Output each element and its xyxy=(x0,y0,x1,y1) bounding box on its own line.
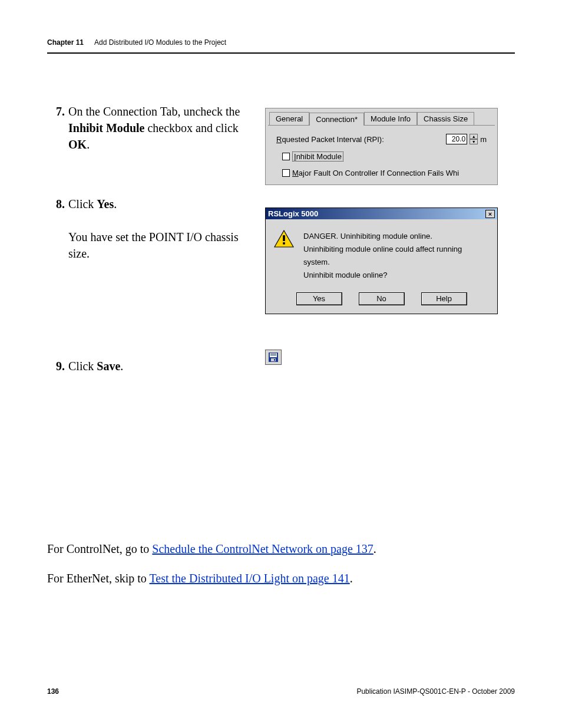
dialog-title-text: RSLogix 5000 xyxy=(268,209,318,218)
cross-reference-links: For ControlNet, go to Schedule the Contr… xyxy=(47,538,515,589)
dialog-titlebar: RSLogix 5000 × xyxy=(266,208,497,219)
page-number: 136 xyxy=(47,687,59,696)
controlnet-post: . xyxy=(373,542,376,555)
rpi-label: Rquested Packet Interval (RPI): xyxy=(276,135,384,144)
help-button[interactable]: Help xyxy=(421,292,467,305)
no-button[interactable]: No xyxy=(359,292,405,305)
step-9-text: Click Save. xyxy=(68,358,247,374)
rpi-spinner-up[interactable]: ▲ xyxy=(470,134,478,139)
step-7-bold2: OK xyxy=(68,138,87,151)
inhibit-row: Inhibit Module xyxy=(282,151,487,162)
connection-tab-panel: General Connection* Module Info Chassis … xyxy=(265,108,498,185)
rpi-input[interactable] xyxy=(446,134,467,144)
step-7-post: . xyxy=(87,138,90,151)
dialog-line1: DANGER. Uninhibiting module online. xyxy=(303,230,489,243)
step-9-bold: Save xyxy=(97,360,120,373)
publication-id: Publication IASIMP-QS001C-EN-P - October… xyxy=(356,687,515,696)
uninhibit-dialog: RSLogix 5000 × DANGER. Uninhibiting modu… xyxy=(265,207,498,314)
step-7-pre: On the Connection Tab, uncheck the xyxy=(68,105,240,118)
save-icon xyxy=(268,352,279,363)
controlnet-line: For ControlNet, go to Schedule the Contr… xyxy=(47,538,515,559)
tab-body: Rquested Packet Interval (RPI): ▲ ▼ m In… xyxy=(268,125,495,181)
step-8-follow: You have set the POINT I/O chassis size. xyxy=(68,229,247,262)
controlnet-pre: For ControlNet, go to xyxy=(47,542,152,555)
dialog-buttons: Yes No Help xyxy=(266,288,497,314)
svg-rect-2 xyxy=(283,242,285,245)
chapter-label: Chapter 11 xyxy=(47,38,84,47)
step-7-bold1: Inhibit Module xyxy=(68,121,144,134)
rpi-row: Rquested Packet Interval (RPI): ▲ ▼ m xyxy=(276,134,487,144)
inhibit-label: Inhibit Module xyxy=(292,151,343,162)
step-7-text: On the Connection Tab, uncheck the Inhib… xyxy=(68,103,247,153)
major-fault-checkbox[interactable] xyxy=(282,169,290,177)
tab-module-info[interactable]: Module Info xyxy=(364,112,417,125)
rpi-unit: m xyxy=(480,135,487,144)
svg-rect-1 xyxy=(283,235,285,241)
step-9-pre: Click xyxy=(68,360,97,373)
inhibit-checkbox[interactable] xyxy=(282,153,290,160)
dialog-message: DANGER. Uninhibiting module online. Unin… xyxy=(303,230,489,282)
tab-connection[interactable]: Connection* xyxy=(309,113,364,126)
dialog-line3: Uninhibit module online? xyxy=(303,269,489,282)
dialog-line2: Uninhibiting module online could affect … xyxy=(303,243,489,269)
step-8-text: Click Yes. xyxy=(68,196,247,212)
step-7-mid: checkbox and click xyxy=(144,121,238,134)
ethernet-post: . xyxy=(350,572,353,585)
chapter-title: Add Distributed I/O Modules to the Proje… xyxy=(94,38,226,47)
warning-icon xyxy=(274,230,294,248)
svg-rect-6 xyxy=(270,355,276,355)
tab-chassis-size[interactable]: Chassis Size xyxy=(417,112,474,125)
step-9-post: . xyxy=(120,360,123,373)
step-9: 9. Click Save. xyxy=(47,358,247,374)
step-8-post: . xyxy=(114,197,117,210)
ethernet-pre: For EtherNet, skip to xyxy=(47,572,150,585)
rpi-spinner-down[interactable]: ▼ xyxy=(470,139,478,144)
svg-rect-8 xyxy=(274,359,275,361)
step-8-pre: Click xyxy=(68,197,97,210)
schedule-controlnet-link[interactable]: Schedule the ControlNet Network on page … xyxy=(152,542,373,555)
save-button[interactable] xyxy=(265,350,282,365)
step-9-number: 9. xyxy=(47,358,65,374)
major-fault-row: Major Fault On Controller If Connection … xyxy=(282,169,487,177)
yes-button[interactable]: Yes xyxy=(296,292,342,305)
svg-rect-5 xyxy=(270,354,276,354)
step-8-bold: Yes xyxy=(97,197,114,210)
rpi-spinner[interactable]: ▲ ▼ xyxy=(470,134,478,144)
step-7-number: 7. xyxy=(47,103,65,153)
step-8: 8. Click Yes. You have set the POINT I/O… xyxy=(47,196,247,262)
page-header: Chapter 11 Add Distributed I/O Modules t… xyxy=(47,38,515,54)
test-io-light-link[interactable]: Test the Distributed I/O Light on page 1… xyxy=(150,572,350,585)
tab-general[interactable]: General xyxy=(269,112,309,125)
step-8-number: 8. xyxy=(47,196,65,262)
close-icon[interactable]: × xyxy=(485,210,495,218)
ethernet-line: For EtherNet, skip to Test the Distribut… xyxy=(47,568,515,589)
major-fault-label: Major Fault On Controller If Connection … xyxy=(292,169,459,177)
step-7: 7. On the Connection Tab, uncheck the In… xyxy=(47,103,247,153)
tab-strip: General Connection* Module Info Chassis … xyxy=(266,108,497,125)
page-footer: 136 Publication IASIMP-QS001C-EN-P - Oct… xyxy=(47,687,515,696)
